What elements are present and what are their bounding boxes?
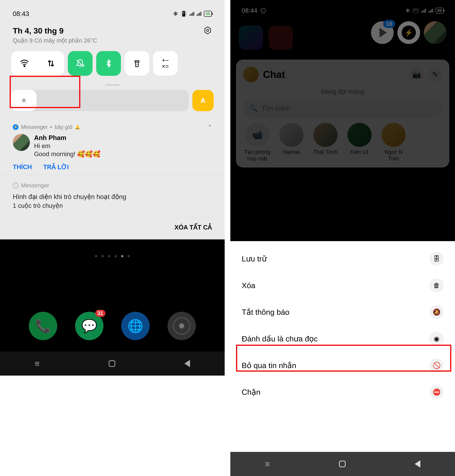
status-bar: 08:43 ✻ 📳 55 (0, 0, 225, 23)
flashlight-tile[interactable] (125, 51, 149, 76)
back-button[interactable] (415, 460, 420, 468)
quick-settings: +−×= (0, 45, 225, 79)
notification-messenger-msg[interactable]: Messenger • bây giờ 🔔 ⌃ Anh Pham Hi em G… (0, 120, 225, 175)
recents-button[interactable]: ≡ (265, 459, 270, 469)
notification-messenger-chathead[interactable]: Messenger Hình đại diện khi trò chuyện h… (0, 175, 225, 218)
notif-app-name: Messenger (21, 124, 48, 130)
date-row: Th 4, 30 thg 9 Quận 9 Có mây một phần 26… (0, 23, 225, 45)
nav-bar: ≡ (0, 351, 225, 376)
brightness-thumb[interactable]: ☀ (11, 90, 37, 111)
status-icons: ✻ 📳 55 (173, 11, 212, 17)
dock: 📞 💬31 🌐 (0, 312, 225, 340)
notif-sender: Anh Pham (34, 134, 100, 142)
dnd-tile[interactable] (68, 51, 93, 76)
mark-unread-item[interactable]: Đánh dấu là chưa đọc ◉ (230, 325, 455, 352)
phone-app-icon[interactable]: 📞 (29, 312, 57, 340)
wifi-icon[interactable] (11, 59, 38, 68)
trash-icon: 🗑 (430, 278, 444, 293)
shade-handle[interactable] (105, 84, 120, 86)
brightness-row: ☀ A (0, 90, 225, 120)
right-phone: 08:44 ✻ 📳 55 18 Chat (230, 0, 455, 476)
clear-all-button[interactable]: XÓA TẤT CẢ (174, 224, 212, 231)
settings-icon[interactable] (203, 26, 212, 35)
mute-item[interactable]: Tắt thông báo 🔕 (230, 299, 455, 325)
messenger-icon (13, 124, 18, 130)
notification-shade: 08:43 ✻ 📳 55 Th 4, 30 thg 9 Quận 9 Có mâ… (0, 0, 225, 239)
recents-button[interactable]: ≡ (35, 359, 40, 368)
vibrate-icon: 📳 (180, 11, 187, 17)
bluetooth-icon: ✻ (173, 11, 178, 17)
left-phone: 08:43 ✻ 📳 55 Th 4, 30 thg 9 Quận 9 Có mâ… (0, 0, 225, 476)
page-dots (95, 255, 130, 257)
clock: 08:43 (13, 10, 29, 18)
nav-bar: ≡ (230, 452, 455, 476)
reply-button[interactable]: TRẢ LỜI (43, 163, 69, 171)
mobile-data-icon[interactable] (38, 59, 64, 68)
notif-line2: Good morning! 🥰🥰🥰 (34, 150, 100, 158)
minus-circle-icon: ⛔ (430, 385, 444, 399)
like-button[interactable]: THÍCH (13, 163, 32, 171)
calculator-tile[interactable]: +−×= (153, 51, 178, 76)
avatar (13, 134, 30, 151)
messenger-outline-icon (13, 183, 18, 188)
wifi-data-tile[interactable] (11, 51, 64, 76)
ignore-item[interactable]: Bỏ qua tin nhắn 🚫 (230, 352, 455, 379)
chevron-up-icon[interactable]: ⌃ (208, 124, 212, 130)
right-top-area: 08:44 ✻ 📳 55 18 Chat (230, 0, 455, 241)
archive-item[interactable]: Lưu trữ 🗄 (230, 245, 455, 272)
chat-slash-icon: 🚫 (430, 358, 444, 373)
date-main: Th 4, 30 thg 9 (13, 26, 97, 35)
clear-all-row: XÓA TẤT CẢ (0, 218, 225, 239)
svg-point-1 (207, 29, 209, 32)
browser-app-icon[interactable]: 🌐 (121, 312, 150, 340)
camera-app-icon[interactable] (167, 312, 196, 340)
auto-brightness-button[interactable]: A (192, 90, 214, 111)
bluetooth-tile[interactable] (96, 51, 121, 76)
dim-overlay (230, 0, 455, 241)
unread-dot-icon: ◉ (430, 332, 444, 346)
notif-line1: Hi em (34, 143, 100, 150)
delete-item[interactable]: Xóa 🗑 (230, 272, 455, 299)
bell-icon: 🔔 (75, 125, 80, 129)
bell-slash-icon: 🔕 (430, 305, 444, 319)
notif-time: bây giờ (55, 124, 72, 130)
notif2-title: Hình đại diện khi trò chuyện hoạt động (13, 193, 212, 201)
notif2-sub: 1 cuộc trò chuyện (13, 202, 212, 209)
back-button[interactable] (184, 360, 190, 367)
messages-app-icon[interactable]: 💬31 (75, 312, 104, 340)
action-sheet: Lưu trữ 🗄 Xóa 🗑 Tắt thông báo 🔕 Đánh dấu… (230, 241, 455, 452)
svg-marker-0 (205, 27, 211, 34)
signal-icon-2 (197, 12, 201, 16)
home-button[interactable] (339, 461, 346, 467)
archive-icon: 🗄 (430, 252, 444, 266)
notif2-app: Messenger (21, 182, 49, 189)
block-item[interactable]: Chặn ⛔ (230, 379, 455, 405)
weather-text: Quận 9 Có mây một phần 26°C (13, 37, 97, 44)
svg-point-2 (24, 65, 25, 67)
brightness-slider[interactable]: ☀ (11, 90, 189, 111)
messages-badge: 31 (95, 310, 106, 317)
battery-icon: 55 (204, 11, 212, 17)
home-button[interactable] (109, 360, 115, 367)
signal-icon (190, 12, 194, 16)
home-screen: 📞 💬31 🌐 ≡ (0, 239, 225, 376)
